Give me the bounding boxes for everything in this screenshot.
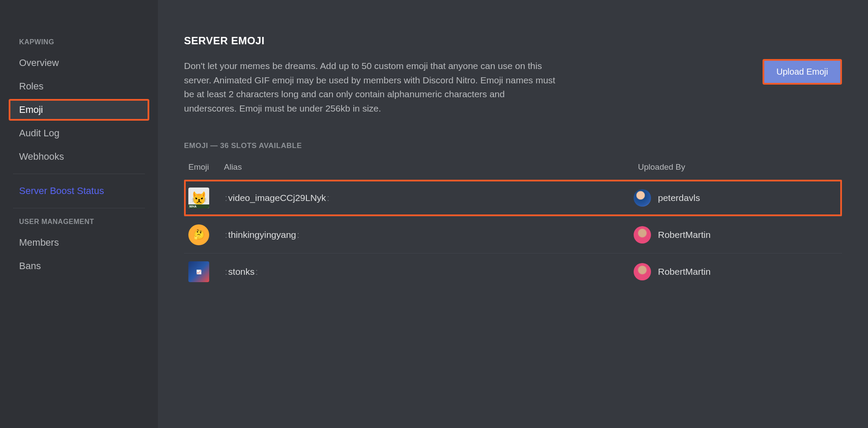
alias-colon: : [297, 230, 299, 240]
alias-colon: : [327, 193, 329, 203]
upload-emoji-button[interactable]: Upload Emoji [763, 59, 842, 85]
sidebar-section-user-management: USER MANAGEMENT [9, 214, 149, 229]
uploader-name: RobertMartin [658, 267, 710, 277]
sidebar-item-label: Roles [19, 81, 43, 92]
uploader-avatar [634, 263, 651, 280]
sidebar: KAPWING Overview Roles Emoji Audit Log W… [0, 0, 158, 428]
sidebar-section-kapwing: KAPWING [9, 35, 149, 49]
column-uploaded-by: Uploaded By [638, 162, 842, 172]
alias-cell[interactable]: :video_imageCCj29LNyk: [224, 193, 634, 203]
alias-cell[interactable]: :stonks: [224, 267, 634, 277]
sidebar-item-audit-log[interactable]: Audit Log [9, 122, 149, 144]
sidebar-item-label: Emoji [19, 104, 43, 115]
sidebar-divider [13, 208, 145, 208]
uploader-cell: peterdavls [634, 189, 838, 207]
emoji-cell: WHA [188, 188, 224, 208]
uploader-avatar [634, 226, 651, 244]
sidebar-item-server-boost[interactable]: Server Boost Status [9, 180, 149, 202]
uploader-name: peterdavls [658, 193, 700, 203]
uploader-cell: RobertMartin [634, 263, 838, 280]
uploader-avatar [634, 189, 651, 207]
sidebar-item-label: Bans [19, 260, 41, 271]
sidebar-item-label: Audit Log [19, 128, 59, 138]
header-row: Don't let your memes be dreams. Add up t… [184, 59, 842, 115]
sidebar-item-overview[interactable]: Overview [9, 52, 149, 74]
page-description: Don't let your memes be dreams. Add up t… [184, 59, 557, 115]
uploader-cell: RobertMartin [634, 226, 838, 244]
sidebar-item-webhooks[interactable]: Webhooks [9, 146, 149, 168]
slots-available-header: EMOJI — 36 SLOTS AVAILABLE [184, 142, 842, 150]
alias-text: thinkingyingyang [228, 230, 296, 240]
sidebar-item-label: Members [19, 237, 59, 248]
sidebar-item-label: Webhooks [19, 151, 64, 162]
alias-colon: : [225, 267, 227, 277]
emoji-cell: 📈 [188, 261, 224, 282]
emoji-table-row[interactable]: 📈 :stonks: RobertMartin [184, 253, 842, 290]
column-alias: Alias [224, 162, 638, 172]
alias-cell[interactable]: :thinkingyingyang: [224, 230, 634, 240]
alias-colon: : [225, 230, 227, 240]
sidebar-item-emoji[interactable]: Emoji [9, 99, 149, 121]
sidebar-item-label: Server Boost Status [19, 185, 104, 196]
page-title: SERVER EMOJI [184, 35, 842, 47]
emoji-table-header: Emoji Alias Uploaded By [184, 162, 842, 180]
alias-colon: : [256, 267, 258, 277]
sidebar-item-label: Overview [19, 57, 59, 68]
sidebar-item-members[interactable]: Members [9, 232, 149, 254]
sidebar-item-bans[interactable]: Bans [9, 255, 149, 277]
uploader-name: RobertMartin [658, 230, 710, 240]
column-emoji: Emoji [188, 162, 224, 172]
emoji-table-row[interactable]: :thinkingyingyang: RobertMartin [184, 216, 842, 253]
emoji-preview-icon: WHA [188, 188, 209, 208]
emoji-table-row[interactable]: WHA :video_imageCCj29LNyk: peterdavls [184, 180, 842, 216]
alias-colon: : [225, 193, 227, 203]
emoji-preview-icon [188, 224, 209, 245]
sidebar-item-roles[interactable]: Roles [9, 76, 149, 97]
alias-text: video_imageCCj29LNyk [228, 193, 326, 203]
main-content: SERVER EMOJI Don't let your memes be dre… [158, 0, 868, 428]
alias-text: stonks [228, 267, 255, 277]
emoji-preview-icon: 📈 [188, 261, 209, 282]
emoji-cell [188, 224, 224, 245]
sidebar-divider [13, 174, 145, 174]
